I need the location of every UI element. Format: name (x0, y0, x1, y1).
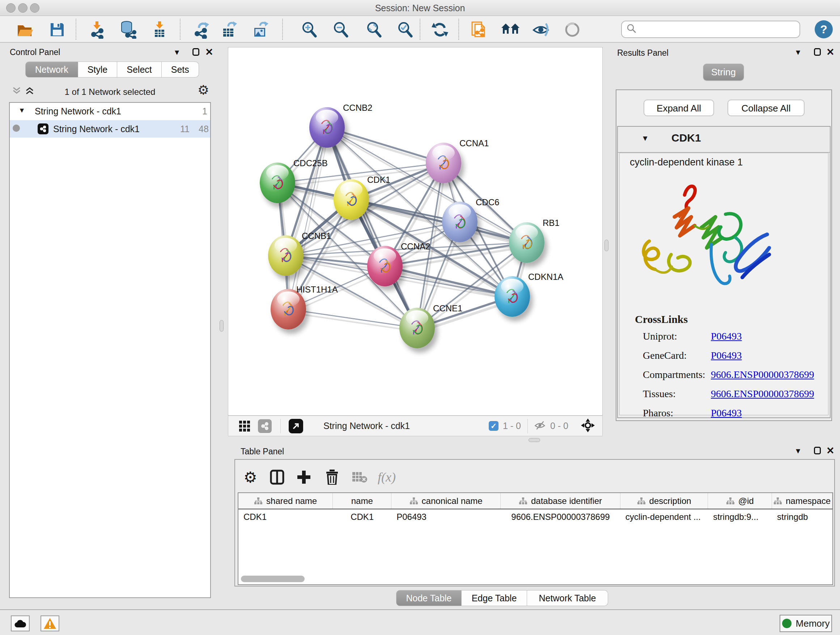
table-cell[interactable]: stringdb (772, 512, 832, 522)
column-header-description[interactable]: description (621, 493, 708, 509)
network-node-CCNE1[interactable] (399, 308, 435, 348)
control-panel-float-button[interactable] (193, 48, 199, 57)
table-settings-gear-icon[interactable]: ⚙ (242, 469, 259, 486)
table-cell[interactable]: cyclin-dependent ... (621, 512, 708, 522)
delete-column-trash-icon[interactable] (324, 469, 341, 486)
expand-all-button[interactable]: Expand All (644, 100, 714, 116)
table-cell[interactable]: CDK1 (333, 512, 392, 522)
collapse-all-button[interactable]: Collapse All (728, 100, 805, 116)
clone-network-icon[interactable] (469, 20, 489, 40)
zoom-selected-icon[interactable] (396, 20, 415, 40)
memory-button[interactable]: Memory (780, 615, 832, 632)
network-node-CDK1[interactable] (333, 179, 369, 220)
tab-node-table[interactable]: Node Table (396, 590, 462, 606)
network-share-icon[interactable] (258, 419, 272, 433)
gene-collapse-icon[interactable]: ▼ (641, 134, 649, 143)
table-panel-float-button[interactable] (814, 447, 821, 456)
table-panel-close-button[interactable]: ✕ (826, 445, 835, 456)
import-database-icon[interactable] (118, 20, 137, 40)
help-button[interactable]: ? (815, 20, 833, 38)
column-header-name[interactable]: name (333, 493, 392, 509)
table-cell[interactable]: P06493 (392, 512, 501, 522)
results-panel-close-button[interactable]: ✕ (826, 46, 835, 58)
table-cell[interactable]: CDK1 (238, 512, 333, 522)
network-node-HIST1H1A[interactable] (271, 289, 306, 329)
open-in-window-icon[interactable] (289, 419, 303, 433)
network-node-CDC6[interactable] (442, 202, 477, 242)
zoom-fit-icon[interactable] (365, 20, 384, 40)
hide-panel-eye-icon[interactable] (531, 20, 551, 40)
bottom-splitter-handle[interactable] (529, 438, 540, 442)
selected-count-checkbox-icon[interactable]: ✓ (489, 421, 499, 431)
zoom-in-icon[interactable] (300, 20, 319, 40)
fit-content-crosshair-icon[interactable] (581, 418, 595, 434)
table-panel-collapse-button[interactable]: ▾ (796, 446, 800, 456)
shared-column-icon (637, 497, 646, 505)
crosslinks-title: CrossLinks (635, 313, 688, 325)
add-column-icon[interactable] (295, 469, 313, 486)
function-builder-icon[interactable]: f(x) (378, 469, 395, 486)
tab-sets[interactable]: Sets (162, 62, 199, 78)
table-cell[interactable]: 9606.ENSP00000378699 (501, 512, 621, 522)
control-panel-collapse-button[interactable]: ▾ (175, 47, 179, 57)
crosslink-link[interactable]: P06493 (711, 407, 742, 419)
crosslink-link[interactable]: 9606.ENSP00000378699 (711, 388, 814, 400)
crosslink-link[interactable]: P06493 (711, 331, 742, 342)
cloud-status-button[interactable] (11, 616, 30, 631)
collection-collapse-icon[interactable]: ▼ (19, 106, 25, 114)
network-node-CDKN1A[interactable] (494, 276, 530, 317)
crosslink-link[interactable]: P06493 (711, 350, 742, 361)
tab-select[interactable]: Select (117, 62, 161, 78)
export-network-icon[interactable] (192, 20, 211, 40)
network-node-CDC25B[interactable] (260, 163, 295, 203)
results-tab-string[interactable]: String (703, 64, 744, 80)
hidden-eye-icon[interactable] (534, 420, 546, 432)
export-table-icon[interactable] (219, 20, 239, 40)
refresh-view-icon[interactable] (430, 20, 450, 40)
column-header-database-identifier[interactable]: database identifier (501, 493, 621, 509)
right-splitter-handle[interactable] (605, 240, 608, 251)
show-columns-icon[interactable] (268, 469, 286, 486)
delete-table-icon[interactable] (351, 469, 368, 486)
network-node-CCNA1[interactable] (426, 143, 461, 183)
open-session-icon[interactable] (15, 20, 34, 40)
tab-style[interactable]: Style (78, 62, 118, 78)
table-hscrollbar-thumb[interactable] (241, 576, 305, 582)
save-session-icon[interactable] (47, 20, 67, 40)
column-header-canonical-name[interactable]: canonical name (392, 493, 501, 509)
network-options-gear-icon[interactable]: ⚙ (197, 82, 209, 98)
left-splitter-handle[interactable] (219, 320, 224, 332)
export-image-icon[interactable] (251, 20, 270, 40)
import-network-icon[interactable] (88, 20, 107, 40)
node-table[interactable]: shared namenamecanonical namedatabase id… (238, 492, 833, 585)
network-node-CCNB2[interactable] (309, 107, 345, 148)
network-node-RB1[interactable] (509, 222, 545, 263)
column-header-shared-name[interactable]: shared name (238, 493, 333, 509)
network-canvas[interactable]: CCNB2CCNA1CDC25BCDK1CDC6RB1CCNB1CCNA2CDK… (228, 47, 603, 416)
tab-network[interactable]: Network (25, 62, 78, 78)
tab-network-table[interactable]: Network Table (527, 590, 608, 606)
toolbar-separator (282, 19, 283, 40)
import-table-icon[interactable] (150, 20, 169, 40)
zoom-out-icon[interactable] (332, 20, 351, 40)
show-panel-eye-icon[interactable] (563, 20, 583, 40)
crosslink-link[interactable]: 9606.ENSP00000378699 (711, 369, 814, 380)
column-header-namespace[interactable]: namespace (772, 493, 832, 509)
toolbar-search-input[interactable] (621, 21, 800, 38)
network-node-CCNA2[interactable] (367, 246, 403, 287)
warnings-button[interactable] (41, 616, 59, 631)
shared-column-icon (409, 497, 418, 505)
column-header--id[interactable]: @id (708, 493, 772, 509)
network-row-selected[interactable]: String Network - cdk1 11 48 (10, 120, 210, 138)
string-home-icon[interactable] (501, 20, 520, 40)
tab-edge-table[interactable]: Edge Table (462, 590, 527, 606)
network-node-CCNB1[interactable] (268, 235, 303, 276)
network-collection-row[interactable]: ▼ String Network - cdk1 1 (10, 103, 210, 120)
birdseye-grid-icon[interactable] (238, 419, 251, 433)
table-row[interactable]: CDK1CDK1P064939606.ENSP00000378699cyclin… (238, 509, 832, 524)
results-panel-float-button[interactable] (814, 48, 821, 57)
selected-count-badge: 1 - 0 (503, 421, 521, 431)
results-panel-collapse-button[interactable]: ▾ (796, 47, 800, 57)
table-cell[interactable]: stringdb:9... (708, 512, 772, 522)
control-panel-close-button[interactable]: ✕ (205, 46, 213, 58)
